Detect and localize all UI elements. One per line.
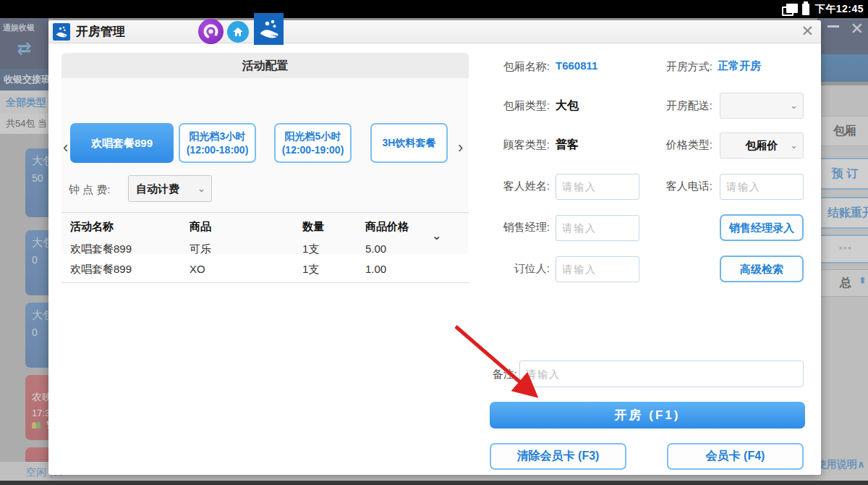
booker-label: 订位人:: [477, 262, 550, 276]
guest-phone-label: 客人电话:: [647, 180, 712, 193]
expand-rows-icon[interactable]: ⌄: [432, 229, 441, 242]
android-status-bar: 下午12:45: [0, 0, 868, 18]
screen-bottom-strip: [0, 481, 868, 485]
sales-manager-label: 销售经理:: [477, 221, 550, 235]
clear-member-card-button[interactable]: 清除会员卡 (F3): [490, 443, 626, 470]
col-header: 数量: [302, 220, 324, 234]
room-name-value: T660811: [556, 59, 597, 72]
divider: [61, 282, 469, 283]
remark-input[interactable]: [519, 360, 804, 387]
screen: 下午12:45 通娱收银 ⇄ 收银交接班 全部类型 共54包 当 大包 50 大…: [0, 0, 868, 485]
panel-title: 活动配置: [61, 53, 469, 78]
col-header: 活动名称: [70, 220, 114, 234]
advanced-search-button[interactable]: 高级检索: [720, 256, 804, 282]
booker-input[interactable]: [556, 256, 639, 282]
dialog-titlebar: 开房管理 ✕: [48, 20, 821, 43]
delivery-select[interactable]: ⌄: [720, 93, 804, 119]
table-row: 欢唱套餐899: [70, 263, 132, 277]
battery-icon: [802, 4, 809, 15]
tab-package[interactable]: 阳光档5小时 (12:00-19:00): [274, 123, 352, 163]
price-type-select[interactable]: 包厢价 ⌄: [720, 132, 804, 159]
hand-money-icon: [53, 23, 70, 41]
col-header: 商品价格: [365, 220, 409, 234]
hourly-fee-select[interactable]: 自动计费 ⌄: [128, 175, 212, 202]
chevron-down-icon: ⌄: [790, 133, 798, 158]
open-mode-value: 正常开房: [718, 59, 761, 73]
open-room-dialog: 开房管理 ✕ 活动配置 ‹ › 欢唱套餐899 阳光档3小时 (12:00-18…: [48, 20, 821, 475]
delivery-label: 开房配送:: [647, 99, 712, 113]
tab-package[interactable]: 欢唱套餐899: [70, 123, 174, 163]
hourly-fee-label: 钟 点 费:: [69, 183, 111, 197]
guest-name-label: 客人姓名:: [477, 180, 550, 193]
guest-phone-input[interactable]: [720, 174, 804, 200]
close-icon[interactable]: ✕: [801, 22, 814, 40]
price-type-label: 价格类型:: [647, 138, 712, 152]
sales-manager-input[interactable]: [556, 215, 639, 241]
divider: [61, 212, 469, 213]
remark-label: 备注:: [477, 368, 517, 381]
tab-package[interactable]: 3H饮料套餐: [370, 123, 448, 163]
tabs-scroll-left-icon[interactable]: ‹: [63, 138, 68, 157]
status-time: 下午12:45: [815, 3, 864, 16]
customer-type-label: 顾客类型:: [477, 138, 550, 152]
room-name-label: 包厢名称:: [477, 60, 550, 74]
overlapping-windows-icon: [782, 4, 796, 14]
chevron-down-icon: ⌄: [790, 93, 798, 118]
customer-type-value: 普客: [556, 138, 579, 153]
chevron-down-icon: ⌄: [197, 176, 205, 201]
col-header: 商品: [190, 220, 211, 234]
home-icon[interactable]: [227, 21, 249, 43]
tabs-scroll-right-icon[interactable]: ›: [458, 138, 463, 157]
open-room-button[interactable]: 开房 (F1): [490, 402, 805, 429]
room-type-label: 包厢类型:: [477, 99, 550, 113]
sales-manager-entry-button[interactable]: 销售经理录入: [720, 214, 804, 241]
guest-name-input[interactable]: [556, 174, 639, 200]
cashier-app-icon[interactable]: [254, 13, 284, 45]
table-row: 欢唱套餐899: [70, 242, 132, 256]
tab-package[interactable]: 阳光档3小时 (12:00-18:00): [179, 123, 256, 163]
member-card-button[interactable]: 会员卡 (F4): [667, 443, 804, 470]
activity-config-panel: 活动配置 ‹ › 欢唱套餐899 阳光档3小时 (12:00-18:00) 阳光…: [61, 53, 469, 254]
room-type-value: 大包: [556, 98, 579, 114]
open-mode-label: 开房方式:: [647, 60, 712, 74]
assistive-touch-icon[interactable]: [198, 19, 224, 44]
dialog-title: 开房管理: [76, 23, 125, 40]
